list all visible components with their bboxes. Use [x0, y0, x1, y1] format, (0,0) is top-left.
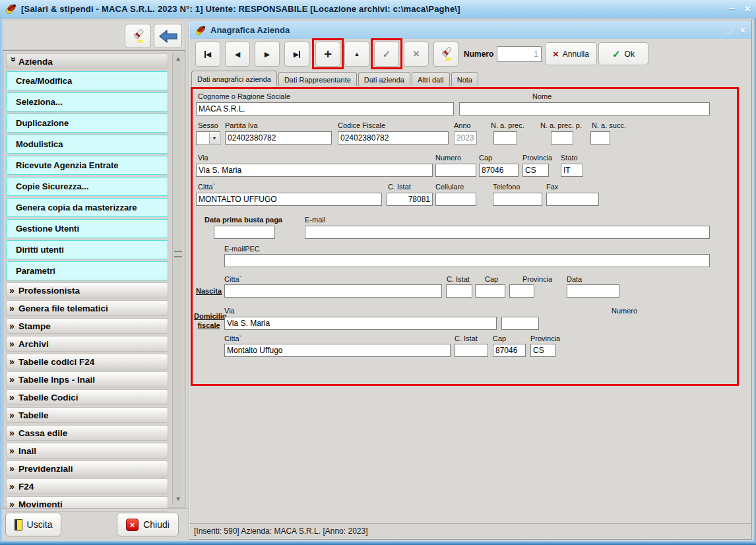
nav-last-button[interactable]: ▶ — [284, 42, 309, 67]
dropdown-arrow-icon[interactable]: ▼ — [209, 133, 219, 144]
sidebar-header-professionista[interactable]: »Professionista — [6, 282, 168, 298]
telefono-input[interactable] — [493, 193, 542, 206]
sidebar-scrollbar[interactable]: ▲ ▼ — [172, 53, 183, 505]
chevron-collapsed-icon: » — [9, 463, 18, 474]
email-pec-input[interactable] — [224, 254, 710, 267]
search-flashlight-button[interactable] — [125, 24, 151, 48]
minimize-icon[interactable]: − — [728, 3, 735, 15]
n-a-succ-input[interactable] — [590, 131, 610, 144]
n-a-prec-input[interactable] — [493, 131, 517, 144]
sidebar-header-inail[interactable]: »Inail — [6, 443, 168, 459]
child-close-icon[interactable]: × — [740, 25, 745, 36]
n-a-prec-p-label: N. a. prec. p. — [540, 121, 582, 129]
sidebar-header-f24[interactable]: »F24 — [6, 478, 168, 494]
sidebar-header-stampe[interactable]: »Stampe — [6, 318, 168, 334]
sidebar-item-modulistica[interactable]: Modulistica — [6, 135, 168, 154]
sidebar-header-tabelle[interactable]: »Tabelle — [6, 407, 168, 423]
scroll-down-icon[interactable]: ▼ — [173, 494, 183, 504]
domicilio-via-input[interactable] — [224, 317, 497, 330]
partita-iva-input[interactable] — [225, 131, 332, 144]
domicilio-c-istat-input[interactable] — [455, 344, 488, 357]
chevron-collapsed-icon: » — [9, 374, 18, 385]
cellulare-input[interactable] — [435, 193, 476, 206]
nav-first-button[interactable]: ◀ — [195, 42, 220, 67]
via-input[interactable] — [196, 164, 433, 177]
sidebar-header-archivi[interactable]: »Archivi — [6, 336, 168, 352]
nascita-provincia-input[interactable] — [509, 284, 534, 298]
stato-label: Stato — [561, 154, 578, 162]
tab-dati-anagrafici-azienda[interactable]: Dati anagrafici azienda — [191, 71, 277, 86]
sidebar-header-movimenti[interactable]: »Movimenti — [6, 496, 168, 512]
stato-input[interactable] — [561, 164, 583, 177]
sesso-select[interactable]: ▼ — [196, 131, 220, 145]
n-a-prec-label: N. a. prec. — [491, 121, 524, 129]
n-a-prec-p-input[interactable] — [551, 131, 573, 144]
c-istat-input[interactable] — [387, 193, 433, 206]
edit-record-button[interactable]: ▲ — [344, 42, 369, 67]
codice-fiscale-input[interactable] — [338, 131, 449, 144]
annulla-button[interactable]: × Annulla — [545, 42, 597, 65]
sidebar-header-tabelle-codici-f24[interactable]: »Tabelle codici F24 — [6, 354, 168, 369]
domicilio-numero-input[interactable] — [501, 317, 539, 330]
scrollbar-thumb[interactable] — [174, 251, 182, 257]
sidebar-item-duplicazione[interactable]: Duplicazione — [6, 113, 168, 133]
nav-prev-button[interactable]: ◀ — [225, 42, 250, 67]
domicilio-cap-input[interactable] — [493, 344, 526, 357]
nascita-data-input[interactable] — [567, 284, 619, 298]
sidebar-item-ricevute-agenzia-entrate[interactable]: Ricevute Agenzia Entrate — [6, 156, 168, 175]
sidebar-item-seleziona[interactable]: Seleziona... — [6, 92, 168, 112]
next-record-icon: ▶ — [265, 50, 270, 59]
sidebar-item-parametri[interactable]: Parametri — [6, 261, 168, 280]
n-a-succ-label: N. a. succ. — [592, 121, 626, 129]
sidebar-header-tabelle-codici[interactable]: »Tabelle Codici — [6, 389, 168, 405]
tab-nota[interactable]: Nota — [451, 72, 478, 86]
uscita-button[interactable]: Uscita — [5, 513, 61, 536]
domicilio-provincia-input[interactable] — [530, 344, 555, 357]
sidebar-item-gestione-utenti[interactable]: Gestione Utenti — [6, 219, 168, 238]
citta-input[interactable] — [196, 193, 382, 206]
sidebar-item-copie-sicurezza[interactable]: Copie Sicurezza... — [6, 177, 168, 196]
chiudi-button[interactable]: × Chiudi — [117, 513, 179, 536]
tab-dati-rappresentante[interactable]: Dati Rappresentante — [278, 72, 357, 86]
provincia-input[interactable] — [522, 164, 549, 177]
ok-button[interactable]: ✓ Ok — [598, 42, 648, 65]
add-record-button[interactable]: + — [315, 42, 340, 67]
numero-input[interactable] — [497, 46, 542, 62]
data-prima-busta-input[interactable] — [214, 226, 275, 239]
sidebar-header-genera-file-telematici[interactable]: »Genera file telematici — [6, 300, 168, 316]
nascita-cap-label: Cap — [485, 275, 498, 283]
confirm-button[interactable]: ✓ — [374, 42, 399, 67]
data-prima-busta-label: Data prima busta paga — [205, 216, 282, 224]
nascita-citta-input[interactable] — [224, 284, 442, 298]
tab-dati-azienda[interactable]: Dati azienda — [358, 72, 410, 86]
chevron-collapsed-icon: » — [9, 356, 18, 367]
fax-input[interactable] — [546, 193, 599, 206]
nome-input[interactable] — [459, 102, 710, 115]
confirm-check-icon: ✓ — [383, 48, 391, 60]
search-button[interactable] — [433, 42, 458, 67]
nav-next-button[interactable]: ▶ — [255, 42, 280, 67]
nascita-c-istat-input[interactable] — [446, 284, 472, 298]
tab-altri-dati[interactable]: Altri dati — [412, 72, 450, 86]
sidebar-header-tabelle-inps-inail[interactable]: »Tabelle Inps - Inail — [6, 371, 168, 387]
child-maximize-icon[interactable]: □ — [726, 25, 731, 36]
domicilio-citta-input[interactable] — [224, 344, 451, 357]
back-arrow-button[interactable] — [154, 24, 182, 48]
cap-input[interactable] — [479, 164, 519, 177]
anno-input[interactable] — [454, 131, 477, 144]
sidebar-item-diritti-utenti[interactable]: Diritti utenti — [6, 240, 168, 259]
nascita-cap-input[interactable] — [475, 284, 505, 298]
scroll-up-icon[interactable]: ▲ — [173, 53, 183, 64]
close-icon[interactable]: × — [744, 3, 751, 15]
sidebar-header-cassa-edile[interactable]: »Cassa edile — [6, 425, 168, 441]
numero-field-input[interactable] — [435, 164, 476, 177]
sidebar-header-azienda[interactable]: » Azienda — [6, 53, 168, 69]
sidebar-item-crea-modifica[interactable]: Crea/Modifica — [6, 71, 168, 90]
sidebar-header-previdenziali[interactable]: »Previdenziali — [6, 461, 168, 476]
window-edge-bottom — [0, 541, 756, 545]
sidebar-item-genera-copia-masterizzare[interactable]: Genera copia da masterizzare — [6, 198, 168, 217]
cognome-input[interactable] — [196, 102, 454, 115]
cancel-button[interactable]: × — [404, 42, 429, 67]
email-input[interactable] — [305, 226, 710, 239]
anno-label: Anno — [454, 121, 471, 129]
